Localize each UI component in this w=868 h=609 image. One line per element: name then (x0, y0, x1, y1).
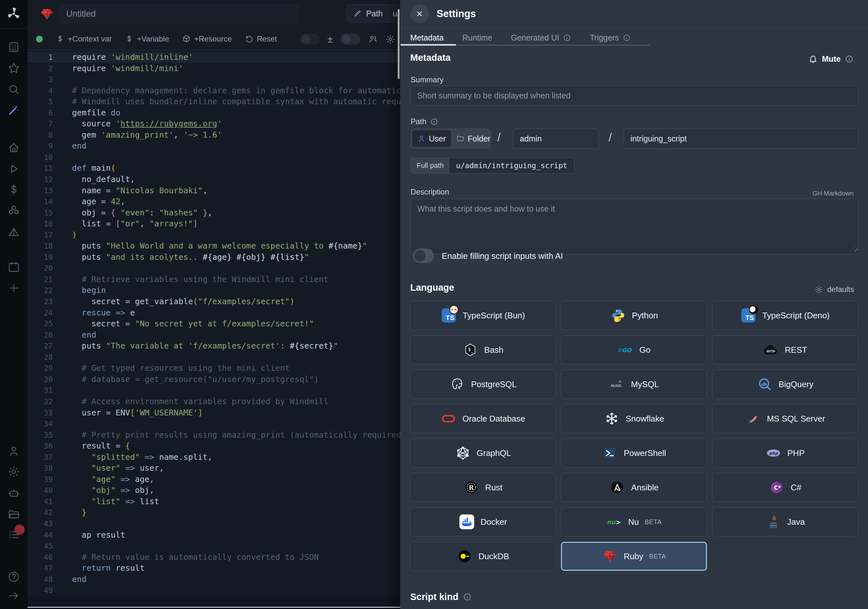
folder-segment[interactable]: Folder (451, 130, 496, 147)
script-kind-heading: Script kind (410, 592, 459, 602)
summary-input[interactable] (411, 85, 858, 105)
reset-button[interactable]: Reset (245, 34, 277, 43)
tab-metadata[interactable]: Metadata (410, 33, 444, 42)
language-card-snowflake[interactable]: Snowflake (561, 404, 707, 433)
gear-icon[interactable] (386, 34, 395, 44)
full-path-value: u/admin/intriguing_script (450, 158, 574, 173)
sidebar-home-icon[interactable] (8, 141, 20, 154)
code-line: 27 puts "The variable at 'f/examples/sec… (28, 341, 400, 352)
code-line: 2require 'windmill/mini' (28, 63, 400, 74)
sidebar-remote-icon[interactable] (8, 40, 20, 53)
script-kind-row: Script kind (410, 592, 471, 602)
language-card-docker[interactable]: Docker (410, 507, 556, 536)
add-context-var-button[interactable]: +Context var (56, 34, 112, 43)
multiplayer-toggle[interactable] (341, 33, 360, 45)
language-card-bash[interactable]: $Bash (410, 335, 556, 364)
sidebar-prism-icon[interactable] (8, 226, 20, 239)
pencil-icon (353, 9, 362, 18)
java-icon: Java (766, 514, 781, 530)
add-context-var-label: +Context var (68, 34, 112, 43)
settings-tabs: MetadataRuntimeGenerated UITriggers (401, 31, 631, 44)
language-card-typescript-deno-[interactable]: TSTypeScript (Deno) (712, 301, 858, 330)
language-card-java[interactable]: JavaJava (712, 507, 858, 536)
script-title-input[interactable] (59, 4, 299, 23)
language-card-postgresql[interactable]: PostgreSQL (410, 370, 556, 399)
diff-toggle[interactable] (300, 33, 320, 45)
ai-toggle-label: Enable filling script inputs with AI (442, 251, 563, 261)
defaults-button[interactable]: defaults (815, 285, 854, 294)
path-owner-input[interactable] (513, 129, 598, 149)
code-line: 10 (28, 152, 400, 163)
svg-text:HTTP: HTTP (767, 350, 775, 353)
code-line: 41 "list" => list (28, 496, 400, 507)
tab-triggers[interactable]: Triggers (590, 33, 631, 42)
language-card-bigquery[interactable]: BigQuery (712, 370, 858, 399)
sidebar-calendar-icon[interactable] (8, 260, 20, 273)
editor-topbar: Path u/ (28, 0, 400, 28)
language-card-mysql[interactable]: MySQLMySQL (561, 370, 707, 399)
sidebar-play-icon[interactable] (8, 163, 20, 175)
sidebar-wand-icon[interactable] (8, 104, 20, 116)
language-card-duckdb[interactable]: DuckDB (410, 542, 556, 571)
tab-runtime[interactable]: Runtime (462, 33, 492, 42)
sidebar-arrow-right-icon[interactable] (8, 589, 20, 602)
code-line: 39 "age" => age, (28, 474, 400, 485)
language-card-c-[interactable]: C#C# (712, 473, 858, 502)
close-button[interactable] (410, 5, 429, 23)
sidebar-dollar-icon[interactable] (8, 183, 20, 196)
path-name-input[interactable] (624, 129, 858, 149)
language-card-python[interactable]: Python (561, 301, 707, 330)
code-editor[interactable]: 1require 'windmill/inline'2require 'wind… (28, 50, 400, 609)
language-card-ms-sql-server[interactable]: MS SQL Server (712, 404, 858, 433)
mute-button[interactable]: Mute (808, 54, 854, 64)
svg-text:>: > (615, 519, 621, 526)
language-card-graphql[interactable]: GraphQL (410, 439, 556, 468)
user-segment[interactable]: User (412, 130, 451, 147)
sidebar-cubes-icon[interactable] (8, 205, 20, 217)
sidebar-folder-icon[interactable] (8, 508, 20, 521)
notification-dot (14, 524, 25, 535)
language-card-go[interactable]: GOGo (561, 335, 707, 364)
code-line: 1require 'windmill/inline' (28, 52, 400, 63)
language-card-ansible[interactable]: Ansible (561, 473, 707, 502)
svg-text:php: php (769, 451, 778, 456)
code-line: 37 "splitted" => name.split, (28, 452, 400, 463)
sidebar-list-icon[interactable] (8, 528, 20, 541)
sidebar-robot-icon[interactable] (8, 487, 20, 500)
sidebar-person-icon[interactable] (8, 445, 20, 457)
language-card-rest[interactable]: HTTPREST (712, 335, 858, 364)
tab-generated-ui[interactable]: Generated UI (511, 33, 571, 42)
code-line: 36 result = { (28, 440, 400, 452)
add-resource-button[interactable]: +Resource (182, 34, 232, 43)
add-variable-button[interactable]: +Variable (125, 34, 169, 43)
status-dot (36, 36, 43, 42)
sidebar-help-icon[interactable] (8, 570, 20, 583)
language-card-rust[interactable]: RRust (410, 473, 556, 502)
user-segment-label: User (429, 134, 446, 143)
svg-text:R: R (469, 484, 474, 491)
language-card-php[interactable]: phpPHP (712, 439, 858, 468)
editor-scrollbar[interactable] (398, 9, 400, 79)
sidebar-search-icon[interactable] (8, 83, 20, 96)
sidebar-plus-icon[interactable] (8, 282, 20, 294)
code-line: 18 puts "Hello World and a warm welcome … (28, 240, 400, 252)
language-card-ruby[interactable]: RubyBETA (561, 542, 707, 571)
plus-minus-icon: ± (328, 34, 333, 45)
language-card-nu[interactable]: nu>NuBETA (561, 507, 707, 536)
sidebar-star-icon[interactable] (8, 62, 20, 74)
path-label-row: Path (411, 117, 438, 126)
language-card-typescript-bun-[interactable]: TSTypeScript (Bun) (410, 301, 556, 330)
add-resource-label: +Resource (194, 34, 232, 43)
code-line: 31 (28, 385, 400, 396)
description-label: Description (411, 188, 449, 197)
code-line: 20 (28, 263, 400, 274)
bottom-panel-handle[interactable] (28, 607, 400, 608)
language-card-oracle-database[interactable]: Oracle Database (410, 404, 556, 433)
code-line: 9end (28, 141, 400, 152)
windmill-logo-icon[interactable] (6, 6, 21, 21)
description-textarea[interactable] (411, 199, 858, 254)
code-line: 49 (28, 585, 400, 596)
ai-inputs-toggle[interactable] (413, 248, 434, 263)
language-card-powershell[interactable]: PowerShell (561, 439, 707, 468)
sidebar-gear-icon[interactable] (8, 465, 20, 478)
